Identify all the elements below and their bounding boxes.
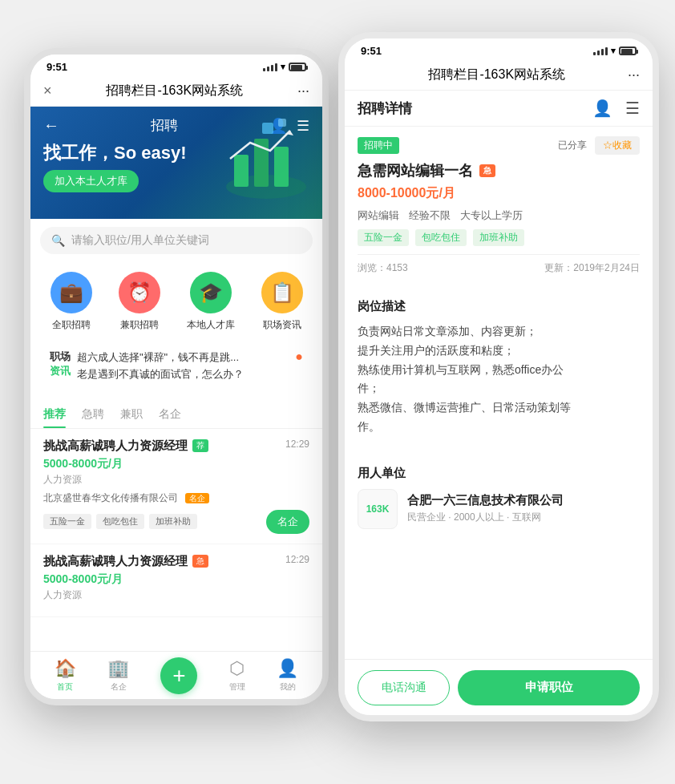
apply-position-btn[interactable]: 申请职位: [458, 670, 640, 705]
phone-1: 9:51 ▾ × 招聘栏目-163K网站系统 ··· ← 招聘 👤 ☰ 找工作，…: [24, 48, 329, 705]
news-line1: 超六成人选择"裸辞"，钱不再是跳...: [77, 350, 289, 366]
p2-bottom-bar: 电话沟通 申请职位: [345, 659, 653, 715]
share-btn[interactable]: 已分享: [558, 139, 587, 152]
apply-btn-1[interactable]: 名企: [266, 510, 309, 534]
nav-profile[interactable]: 👤 我的: [277, 658, 298, 693]
nav-famous[interactable]: 🏢 名企: [107, 658, 129, 693]
p2-views: 浏览：4153: [358, 261, 408, 275]
wifi-icon-1: ▾: [281, 62, 285, 72]
p2-salary: 8000-10000元/月: [358, 185, 640, 202]
p2-company-title: 用人单位: [358, 466, 640, 481]
cat-fulltime[interactable]: 💼 全职招聘: [51, 272, 92, 332]
wifi-icon-2: ▾: [611, 46, 616, 56]
job-1-title: 挑战高薪诚聘人力资源经理: [43, 438, 188, 454]
tag-meals: 包吃包住: [96, 514, 144, 529]
job-2-time: 12:29: [285, 554, 309, 565]
p2-education: 大专以上学历: [460, 208, 523, 223]
job-1-salary: 5000-8000元/月: [43, 457, 309, 471]
nav-add-button[interactable]: +: [160, 657, 197, 694]
p2-desc-section: 岗位描述 负责网站日常文章添加、内容更新； 提升关注用户的活跃度和粘度； 熟练使…: [345, 288, 653, 448]
job-2-meta: 人力资源: [43, 588, 309, 602]
status-bar-1: 9:51 ▾: [30, 55, 322, 76]
banner-title: 招聘: [151, 116, 178, 135]
p2-job-title-row: 急需网站编辑一名 急: [358, 161, 640, 180]
p2-sub-title: 招聘详情: [358, 99, 412, 118]
svg-rect-6: [278, 119, 286, 127]
p2-desc-content: 负责网站日常文章添加、内容更新； 提升关注用户的活跃度和粘度； 熟练使用计算机与…: [358, 322, 640, 437]
search-placeholder: 请输入职位/用人单位关键词: [71, 233, 209, 248]
bottom-nav-1: 🏠 首页 🏢 名企 + ⬡ 管理 👤 我的: [30, 651, 322, 699]
cat-parttime-icon: ⏰: [119, 272, 160, 313]
job-card-1-header: 挑战高薪诚聘人力资源经理 荐 12:29: [43, 438, 309, 454]
svg-rect-3: [274, 147, 289, 187]
cat-news[interactable]: 📋 职场资讯: [261, 272, 303, 332]
job-status-row: 招聘中 已分享 ☆收藏: [358, 136, 640, 155]
news-tag: 职场 资讯: [50, 350, 71, 378]
cat-parttime-label: 兼职招聘: [120, 318, 159, 332]
news-headlines: 超六成人选择"裸辞"，钱不再是跳... 老是遇到不真诚的面试官，怎么办？: [77, 350, 289, 383]
company-meta: 民营企业 · 2000人以上 · 互联网: [407, 511, 564, 524]
talent-btn[interactable]: 加入本土人才库: [43, 170, 139, 192]
time-2: 9:51: [361, 45, 382, 57]
job-tabs: 推荐 急聘 兼职 名企: [30, 399, 322, 429]
collect-btn[interactable]: ☆收藏: [595, 136, 640, 155]
cat-news-label: 职场资讯: [263, 318, 301, 332]
close-icon-1[interactable]: ×: [43, 83, 52, 99]
status-icons-2: ▾: [593, 46, 637, 56]
search-bar[interactable]: 🔍 请输入职位/用人单位关键词: [40, 227, 313, 254]
signal-icon-2: [593, 47, 608, 55]
news-section: 职场 资讯 超六成人选择"裸辞"，钱不再是跳... 老是遇到不真诚的面试官，怎么…: [40, 341, 313, 391]
tab-parttime[interactable]: 兼职: [120, 399, 143, 428]
battery-icon-1: [289, 63, 306, 71]
job-2-badge: 急: [192, 555, 208, 568]
phone-call-btn[interactable]: 电话沟通: [358, 670, 450, 705]
search-icon: 🔍: [51, 234, 65, 247]
tag-insurance: 五险一金: [43, 514, 91, 529]
tab-famous[interactable]: 名企: [159, 399, 181, 428]
tab-urgent[interactable]: 急聘: [82, 399, 104, 428]
p2-desc-title: 岗位描述: [358, 299, 640, 314]
p2-views-row: 浏览：4153 更新：2019年2月24日: [358, 254, 640, 281]
p2-tag-insurance: 五险一金: [358, 229, 409, 246]
cat-parttime[interactable]: ⏰ 兼职招聘: [119, 272, 160, 332]
banner-decoration: [218, 115, 314, 203]
app-header-2: × 招聘栏目-163K网站系统 ···: [345, 60, 653, 91]
job-card-1: 挑战高薪诚聘人力资源经理 荐 12:29 5000-8000元/月 人力资源 北…: [30, 429, 322, 544]
famous-icon: 🏢: [107, 658, 129, 679]
tab-recommend[interactable]: 推荐: [43, 399, 66, 428]
news-indicator: ●: [295, 350, 303, 364]
news-line2: 老是遇到不真诚的面试官，怎么办？: [77, 366, 289, 383]
nav-profile-label: 我的: [280, 681, 296, 693]
p2-job-badge: 急: [479, 164, 495, 177]
p2-job-title-text: 急需网站编辑一名: [358, 161, 473, 180]
p2-updated: 更新：2019年2月24日: [544, 261, 640, 275]
p2-tag-meals: 包吃包住: [415, 229, 467, 246]
svg-rect-1: [234, 155, 249, 187]
nav-famous-label: 名企: [111, 681, 127, 693]
back-icon[interactable]: ←: [43, 116, 59, 135]
svg-rect-5: [262, 123, 273, 134]
job-2-salary: 5000-8000元/月: [43, 572, 309, 587]
more-icon-1[interactable]: ···: [297, 83, 309, 99]
job-2-title: 挑战高薪诚聘人力资源经理: [43, 554, 188, 569]
job-1-title-row: 挑战高薪诚聘人力资源经理 荐: [43, 438, 208, 454]
nav-manage[interactable]: ⬡ 管理: [229, 658, 245, 693]
manage-icon: ⬡: [229, 658, 245, 679]
job-2-title-row: 挑战高薪诚聘人力资源经理 急: [43, 554, 208, 569]
hiring-badge: 招聘中: [358, 137, 399, 154]
more-icon-2[interactable]: ···: [628, 67, 640, 83]
p2-sub-header: 招聘详情 👤 ☰: [345, 91, 653, 127]
cat-talent-label: 本地人才库: [187, 318, 235, 332]
p2-experience: 经验不限: [409, 208, 451, 223]
status-bar-2: 9:51 ▾: [345, 38, 653, 60]
cat-talent[interactable]: 🎓 本地人才库: [187, 272, 235, 332]
profile-icon: 👤: [277, 658, 298, 679]
p2-company-row: 163K 合肥一六三信息技术有限公司 民营企业 · 2000人以上 · 互联网: [358, 489, 640, 529]
banner-1: ← 招聘 👤 ☰ 找工作，So easy! 加入本土人才库: [30, 107, 322, 219]
nav-home[interactable]: 🏠 首页: [55, 658, 76, 693]
company-name: 合肥一六三信息技术有限公司: [407, 493, 564, 508]
tag-overtime: 加班补助: [149, 514, 197, 529]
p2-company-section: 用人单位 163K 合肥一六三信息技术有限公司 民营企业 · 2000人以上 ·…: [345, 455, 653, 540]
status-icons-1: ▾: [263, 62, 306, 72]
time-1: 9:51: [46, 61, 67, 73]
